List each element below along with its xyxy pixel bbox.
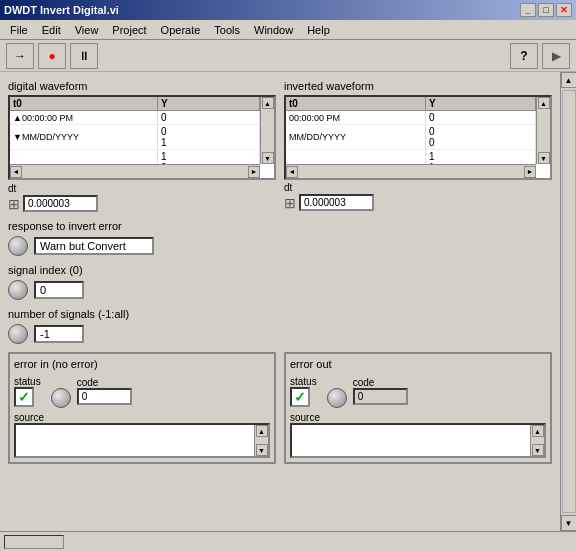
error-in-scroll-up[interactable]: ▲ bbox=[256, 425, 268, 437]
iw-vscroll-down-arrow[interactable]: ▼ bbox=[538, 152, 550, 164]
error-in-code-input[interactable] bbox=[77, 388, 132, 405]
num-signals-label: number of signals (-1:all) bbox=[8, 308, 552, 320]
iw-row-2: MM/DD/YYYY 0 0 bbox=[286, 125, 536, 150]
dw-col-y: Y bbox=[158, 97, 260, 111]
error-out-title: error out bbox=[290, 358, 546, 370]
dw-r1-t0: ▲00:00:00 PM bbox=[10, 111, 158, 125]
checkmark-icon: ✓ bbox=[18, 389, 30, 405]
inverted-waveform-hscroll[interactable]: ◄ ► bbox=[286, 164, 536, 178]
signal-index-input[interactable] bbox=[34, 281, 84, 299]
error-out-source-scrollbar[interactable]: ▲ ▼ bbox=[530, 425, 544, 456]
digital-waveform-dt-knob-icon: ⊞ bbox=[8, 196, 20, 212]
title-bar-buttons: _ □ ✕ bbox=[520, 3, 572, 17]
error-out-status-group: status ✓ bbox=[290, 376, 317, 407]
iw-hscroll-right-arrow[interactable]: ► bbox=[524, 166, 536, 178]
iw-col-y: Y bbox=[426, 97, 536, 111]
hscroll-right-arrow[interactable]: ► bbox=[248, 166, 260, 178]
vscroll-up-arrow[interactable]: ▲ bbox=[262, 97, 274, 109]
hscroll-left-arrow[interactable]: ◄ bbox=[10, 166, 22, 178]
inverted-waveform-section: inverted waveform t0 Y 00:00:00 PM bbox=[284, 80, 552, 212]
iw-r1-y: 0 bbox=[426, 111, 536, 125]
digital-waveform-hscroll[interactable]: ◄ ► bbox=[10, 164, 260, 178]
main-scroll-down[interactable]: ▼ bbox=[561, 515, 577, 531]
inverted-waveform-dt-knob-icon: ⊞ bbox=[284, 195, 296, 211]
run-button[interactable]: ▶ bbox=[542, 43, 570, 69]
toolbar: → ● ⏸ ? ▶ bbox=[0, 40, 576, 72]
menu-file[interactable]: File bbox=[4, 22, 34, 38]
maximize-button[interactable]: □ bbox=[538, 3, 554, 17]
signal-index-knob[interactable] bbox=[8, 280, 28, 300]
main-scrollbar[interactable]: ▲ ▼ bbox=[560, 72, 576, 531]
menu-operate[interactable]: Operate bbox=[155, 22, 207, 38]
vscroll-down-arrow[interactable]: ▼ bbox=[262, 152, 274, 164]
arrow-button[interactable]: → bbox=[6, 43, 34, 69]
inverted-waveform-title: inverted waveform bbox=[284, 80, 552, 92]
error-out-source-box: ▲ ▼ bbox=[290, 423, 546, 458]
error-out-fields: status ✓ code bbox=[290, 374, 546, 408]
digital-waveform-dt-input[interactable] bbox=[23, 195, 98, 212]
error-out-code-group: code bbox=[353, 377, 408, 405]
error-in-code-group: code bbox=[77, 377, 132, 405]
error-in-knob-spacer bbox=[51, 374, 71, 388]
error-out-checkmark-icon: ✓ bbox=[294, 389, 306, 405]
main-area: digital waveform t0 Y ▲00:00:00 PM bbox=[0, 72, 576, 531]
record-button[interactable]: ● bbox=[38, 43, 66, 69]
response-dropdown[interactable]: Warn but Convert bbox=[34, 237, 154, 255]
error-out-status-label: status bbox=[290, 376, 317, 387]
error-out-knob[interactable] bbox=[327, 388, 347, 408]
dw-row-1: ▲00:00:00 PM 0 bbox=[10, 111, 260, 125]
content-area: digital waveform t0 Y ▲00:00:00 PM bbox=[0, 72, 560, 531]
inverted-waveform-vscroll[interactable]: ▲ ▼ bbox=[536, 97, 550, 164]
menu-bar: File Edit View Project Operate Tools Win… bbox=[0, 20, 576, 40]
pause-button[interactable]: ⏸ bbox=[70, 43, 98, 69]
main-scroll-up[interactable]: ▲ bbox=[561, 72, 577, 88]
response-label: response to invert error bbox=[8, 220, 552, 232]
iw-col-t0: t0 bbox=[286, 97, 426, 111]
error-in-source-scrollbar[interactable]: ▲ ▼ bbox=[254, 425, 268, 456]
menu-help[interactable]: Help bbox=[301, 22, 336, 38]
menu-project[interactable]: Project bbox=[106, 22, 152, 38]
menu-window[interactable]: Window bbox=[248, 22, 299, 38]
num-signals-input[interactable] bbox=[34, 325, 84, 343]
error-in-status-label: status bbox=[14, 376, 41, 387]
response-section: response to invert error Warn but Conver… bbox=[8, 220, 552, 256]
dw-r1-y: 0 bbox=[158, 111, 260, 125]
help-icon: ? bbox=[520, 49, 527, 63]
digital-waveform-title: digital waveform bbox=[8, 80, 276, 92]
digital-waveform-vscroll[interactable]: ▲ ▼ bbox=[260, 97, 274, 164]
menu-tools[interactable]: Tools bbox=[208, 22, 246, 38]
status-bar bbox=[0, 531, 576, 551]
inverted-waveform-dt-input[interactable] bbox=[299, 194, 374, 211]
arrow-icon: → bbox=[14, 49, 26, 63]
iw-hscroll-left-arrow[interactable]: ◄ bbox=[286, 166, 298, 178]
iw-vscroll-up-arrow[interactable]: ▲ bbox=[538, 97, 550, 109]
inverted-waveform-dt-label: dt bbox=[284, 182, 292, 193]
error-in-source-label: source bbox=[14, 412, 270, 423]
digital-waveform-dt-row: dt bbox=[8, 182, 276, 194]
title-bar: DWDT Invert Digital.vi _ □ ✕ bbox=[0, 0, 576, 20]
error-out-scroll-up[interactable]: ▲ bbox=[532, 425, 544, 437]
dw-col-t0: t0 bbox=[10, 97, 158, 111]
menu-edit[interactable]: Edit bbox=[36, 22, 67, 38]
digital-waveform-section: digital waveform t0 Y ▲00:00:00 PM bbox=[8, 80, 276, 212]
error-out-code-input[interactable] bbox=[353, 388, 408, 405]
response-knob[interactable] bbox=[8, 236, 28, 256]
num-signals-knob[interactable] bbox=[8, 324, 28, 344]
error-out-panel: error out status ✓ code bbox=[284, 352, 552, 464]
error-out-source-label: source bbox=[290, 412, 546, 423]
error-in-panel: error in (no error) status ✓ code bbox=[8, 352, 276, 464]
menu-view[interactable]: View bbox=[69, 22, 105, 38]
error-in-status-indicator: ✓ bbox=[14, 387, 34, 407]
error-in-knob[interactable] bbox=[51, 388, 71, 408]
error-out-scroll-down[interactable]: ▼ bbox=[532, 444, 544, 456]
inverted-waveform-container: t0 Y 00:00:00 PM 0 MM/DD/YYYY bbox=[284, 95, 552, 180]
close-button[interactable]: ✕ bbox=[556, 3, 572, 17]
main-scroll-track bbox=[562, 90, 576, 513]
minimize-button[interactable]: _ bbox=[520, 3, 536, 17]
record-icon: ● bbox=[48, 49, 55, 63]
error-out-status-indicator: ✓ bbox=[290, 387, 310, 407]
help-button[interactable]: ? bbox=[510, 43, 538, 69]
run-icon: ▶ bbox=[552, 49, 561, 63]
error-in-scroll-down[interactable]: ▼ bbox=[256, 444, 268, 456]
digital-waveform-container: t0 Y ▲00:00:00 PM 0 ▼MM/DD/YYYY bbox=[8, 95, 276, 180]
